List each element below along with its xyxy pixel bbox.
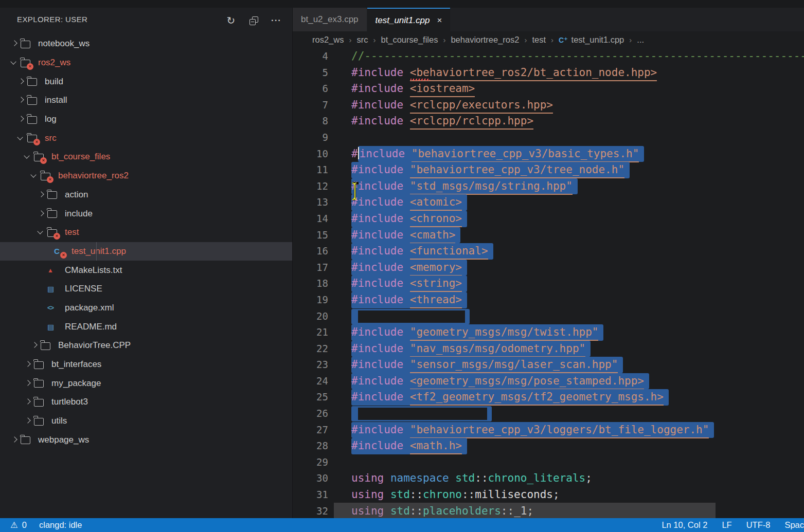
breadcrumb-item-test[interactable]: test [532, 35, 546, 45]
line-number[interactable]: 7 [293, 97, 328, 114]
breadcrumb-item-test-unit1-cpp[interactable]: C⁺test_unit1.cpp [559, 35, 624, 45]
code-line[interactable]: 18#include <string> [293, 276, 804, 292]
line-number[interactable]: 5 [293, 65, 328, 81]
line-number[interactable]: 15 [293, 227, 328, 244]
chevron-right-icon[interactable] [9, 40, 21, 48]
code-editor[interactable]: 4//-------------------------------------… [293, 48, 804, 518]
tree-item-build[interactable]: build [0, 72, 292, 91]
breadcrumb-item-bt-course-files[interactable]: bt_course_files [381, 35, 438, 45]
tree-item-behaviortree-cpp[interactable]: BehaviorTree.CPP [0, 336, 292, 355]
chevron-down-icon[interactable] [9, 59, 21, 67]
code-line[interactable]: 6#include <iostream> [293, 81, 804, 97]
code-line[interactable]: 29 [293, 454, 804, 471]
warnings-indicator[interactable]: ⚠ 0 [10, 520, 27, 530]
chevron-right-icon[interactable] [16, 115, 27, 123]
line-number[interactable]: 30 [293, 470, 328, 487]
code-line[interactable]: 25#include <tf2_geometry_msgs/tf2_geomet… [293, 389, 804, 406]
code-line[interactable]: 26 [293, 406, 804, 422]
clangd-status[interactable]: clangd: idle [39, 520, 82, 530]
tree-item-test-unit1-cpp[interactable]: C×test_unit1.cpp [0, 242, 292, 261]
line-number[interactable]: 21 [293, 324, 328, 341]
code-line[interactable]: 9 [293, 130, 804, 146]
collapse-folders-icon[interactable] [246, 13, 261, 28]
tree-item-my-package[interactable]: my_package [0, 374, 292, 393]
tree-item-behaviortree-ros2[interactable]: ×behaviortree_ros2 [0, 167, 292, 186]
chevron-right-icon[interactable] [23, 417, 34, 425]
tree-item-notebook-ws[interactable]: notebook_ws [0, 34, 292, 53]
tab-test-unit1-cpp[interactable]: test_unit1.cpp× [367, 8, 451, 32]
line-number[interactable]: 26 [293, 406, 328, 422]
chevron-right-icon[interactable] [23, 379, 34, 388]
code-line[interactable]: 7#include <rclcpp/executors.hpp> [293, 97, 804, 114]
line-number[interactable]: 29 [293, 454, 328, 471]
code-line[interactable]: 23#include "sensor_msgs/msg/laser_scan.h… [293, 357, 804, 373]
cursor-position-indicator[interactable]: Ln 10, Col 2 [662, 520, 707, 530]
line-number[interactable]: 25 [293, 389, 328, 406]
line-number[interactable]: 20 [293, 308, 328, 325]
chevron-right-icon[interactable] [23, 398, 34, 406]
chevron-right-icon[interactable] [36, 191, 47, 199]
tab-bt-u2-ex3-cpp[interactable]: bt_u2_ex3.cpp [293, 8, 367, 31]
line-number[interactable]: 9 [293, 130, 328, 146]
chevron-down-icon[interactable] [29, 172, 41, 180]
tree-item-log[interactable]: log [0, 110, 292, 129]
tree-item-bt-course-files[interactable]: ×bt_course_files [0, 148, 292, 167]
encoding-indicator[interactable]: UTF-8 [746, 520, 771, 530]
refresh-explorer-icon[interactable]: ↻ [223, 13, 239, 28]
chevron-right-icon[interactable] [36, 210, 47, 218]
chevron-down-icon[interactable] [36, 228, 47, 236]
code-line[interactable]: 10#include "behaviortree_cpp_v3/basic_ty… [293, 146, 804, 162]
line-number[interactable]: 12 [293, 178, 328, 195]
line-number[interactable]: 18 [293, 276, 328, 292]
line-number[interactable]: 10 [293, 146, 328, 162]
code-line[interactable]: 5#include <behaviortree_ros2/bt_action_n… [293, 65, 804, 81]
tree-item-bt-interfaces[interactable]: bt_interfaces [0, 355, 292, 374]
line-number[interactable]: 4 [293, 48, 328, 65]
more-actions-icon[interactable]: ··· [269, 13, 284, 28]
code-line[interactable]: 20 [293, 308, 804, 325]
line-number[interactable]: 32 [293, 503, 328, 518]
line-number[interactable]: 23 [293, 357, 328, 373]
horizontal-scrollbar[interactable] [334, 503, 716, 518]
tree-item-ros2-ws[interactable]: ×ros2_ws [0, 53, 292, 72]
line-number[interactable]: 28 [293, 438, 328, 454]
code-line[interactable]: 21#include "geometry_msgs/msg/twist.hpp" [293, 324, 804, 341]
code-line[interactable]: 8#include <rclcpp/rclcpp.hpp> [293, 113, 804, 130]
breadcrumb-item-src[interactable]: src [356, 35, 368, 45]
line-number[interactable]: 16 [293, 243, 328, 260]
chevron-down-icon[interactable] [23, 153, 34, 161]
code-line[interactable]: 30using namespace std::chrono_literals; [293, 470, 804, 487]
line-number[interactable]: 27 [293, 422, 328, 438]
code-line[interactable]: 17#include <memory> [293, 260, 804, 276]
eol-indicator[interactable]: LF [722, 520, 731, 530]
line-number[interactable]: 13 [293, 194, 328, 211]
code-line[interactable]: 16#include <functional> [293, 243, 804, 260]
line-number[interactable]: 6 [293, 81, 328, 97]
code-line[interactable]: 19#include <thread> [293, 292, 804, 308]
chevron-right-icon[interactable] [29, 341, 41, 350]
tree-item-package-xml[interactable]: <>package.xml [0, 299, 292, 318]
code-line[interactable]: 31using std::chrono::milliseconds; [293, 487, 804, 503]
line-number[interactable]: 31 [293, 487, 328, 503]
indentation-indicator[interactable]: Spac [784, 520, 804, 530]
chevron-right-icon[interactable] [23, 360, 34, 369]
code-line[interactable]: 24#include <geometry_msgs/msg/pose_stamp… [293, 373, 804, 390]
chevron-down-icon[interactable] [16, 134, 27, 142]
tree-item-cmakelists-txt[interactable]: ▲CMakeLists.txt [0, 261, 292, 280]
line-number[interactable]: 11 [293, 162, 328, 178]
code-line[interactable]: 27#include "behaviortree_cpp_v3/loggers/… [293, 422, 804, 438]
line-number[interactable]: 19 [293, 292, 328, 308]
tree-item-include[interactable]: include [0, 204, 292, 223]
code-line[interactable]: 4//-------------------------------------… [293, 48, 804, 65]
code-line[interactable]: 14#include <chrono> [293, 211, 804, 227]
code-line[interactable]: 22#include "nav_msgs/msg/odometry.hpp" [293, 341, 804, 357]
tree-item-webpage-ws[interactable]: webpage_ws [0, 430, 292, 449]
tree-item-utils[interactable]: utils [0, 412, 292, 431]
close-icon[interactable]: × [437, 15, 442, 26]
breadcrumb-item--[interactable]: ... [637, 35, 644, 45]
line-number[interactable]: 24 [293, 373, 328, 390]
code-line[interactable]: 11#include "behaviortree_cpp_v3/tree_nod… [293, 162, 804, 178]
code-line[interactable]: 12#include "std_msgs/msg/string.hpp" [293, 178, 804, 195]
tree-item-license[interactable]: ▤LICENSE [0, 280, 292, 299]
code-line[interactable]: 28#include <math.h> [293, 438, 804, 454]
